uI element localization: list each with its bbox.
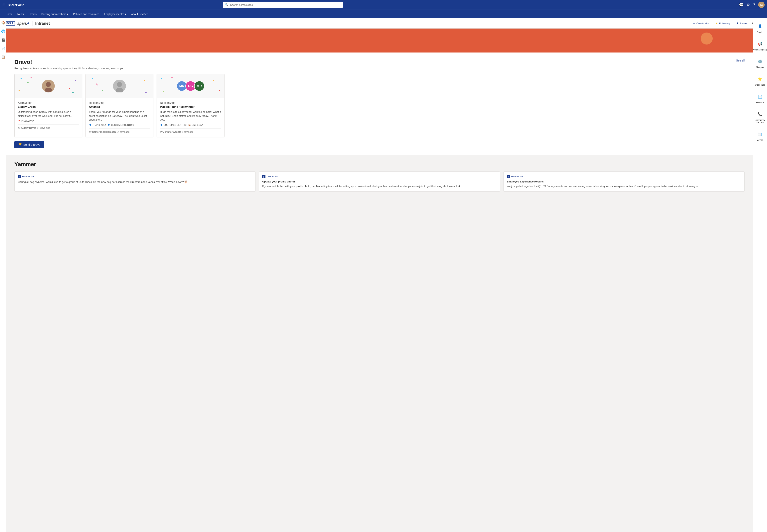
following-button[interactable]: ★ Following <box>714 21 732 26</box>
yammer-card-1: y ONE BCAA Calling all dog owners! I wou… <box>14 171 256 192</box>
requests-icon: 📄 <box>756 93 764 101</box>
card-2-banner <box>86 74 153 98</box>
nav-news[interactable]: News <box>15 10 26 19</box>
nav-serving[interactable]: Serving our members ▾ <box>39 10 71 19</box>
confetti <box>21 78 22 79</box>
yammer-card-2-title: Update your profile photo! <box>262 180 497 183</box>
person-tag-icon: 📍 <box>18 120 21 122</box>
yammer-section: Yammer y ONE BCAA Calling all dog owners… <box>6 155 753 198</box>
card-1-footer: by Auldry Reyes 14 days ago ··· <box>18 124 79 130</box>
sidebar-item-metrics[interactable]: 📊 Metrics <box>755 129 765 142</box>
confetti <box>27 81 29 83</box>
confetti <box>19 90 20 91</box>
nav-about[interactable]: About BCAA ▾ <box>129 10 150 19</box>
app-logo: SharePoint <box>8 3 24 7</box>
user-avatar[interactable]: TA <box>758 2 765 8</box>
metrics-icon: 📊 <box>756 130 764 138</box>
send-bravo-button[interactable]: 🏆 Send a Bravo <box>14 141 44 148</box>
confetti <box>102 90 103 91</box>
confetti <box>145 91 147 93</box>
confetti <box>69 88 70 89</box>
settings-icon[interactable]: ⚙ <box>747 3 750 7</box>
nav-home[interactable]: Home <box>3 10 15 19</box>
confetti <box>163 91 164 92</box>
svg-point-4 <box>117 82 122 87</box>
sidebar-item-myapps[interactable]: ⚙️ My apps <box>755 57 765 69</box>
top-bar: ⊞ SharePoint 🔍 💬 ⚙ ? TA <box>0 0 767 10</box>
left-globe-icon[interactable]: 🌐 <box>0 29 6 34</box>
yammer-card-2-text: If you aren't thrilled with your profile… <box>262 184 497 188</box>
tag-icon-2: 👤 <box>107 124 110 126</box>
spark-label: spark+ <box>17 21 30 26</box>
create-site-button[interactable]: ＋ Create site <box>691 21 711 26</box>
yammer-badge-2: y ONE BCAA <box>262 175 278 178</box>
tag-icon-4: 🏠 <box>188 124 191 126</box>
search-input[interactable] <box>223 2 343 8</box>
card-2-text: Thank you Amanda for your expert handlin… <box>89 110 150 122</box>
yammer-badge-1: y ONE BCAA <box>18 175 34 178</box>
card-3-type: Recognizing <box>160 101 221 104</box>
card-2-tags: 👤 THANK YOU! 👤 CUSTOMER CENTRIC <box>89 124 150 126</box>
yammer-icon: y <box>18 175 21 178</box>
top-bar-actions: 💬 ⚙ ? TA <box>739 2 765 8</box>
bravo-btn-icon: 🏆 <box>18 143 22 146</box>
yammer-icon-3: y <box>507 175 510 178</box>
search-bar: 🔍 <box>223 2 343 8</box>
site-title: Intranet <box>33 21 50 26</box>
nav-events[interactable]: Events <box>26 10 39 19</box>
nav-policies[interactable]: Policies and resources <box>71 10 102 19</box>
sidebar-item-quicklinks[interactable]: ⭐ Quick links <box>754 74 765 87</box>
site-header: BCAA spark+ Intranet ＋ Create site ★ Fol… <box>0 18 767 29</box>
see-all-link[interactable]: See all <box>736 59 745 62</box>
card-1-tag-1: 📍 INNOVATIVE <box>18 120 34 122</box>
share-button[interactable]: ⬆ Share <box>735 21 748 26</box>
left-home-icon[interactable]: 🏠 <box>0 20 6 25</box>
help-icon[interactable]: ? <box>753 3 755 7</box>
main-content: Bravo! See all Recognize your teammates … <box>6 29 753 198</box>
sidebar-item-people[interactable]: 👤 People <box>755 22 765 34</box>
card-1-more-button[interactable]: ··· <box>76 126 79 130</box>
confetti <box>161 78 162 79</box>
card-3-more-button[interactable]: ··· <box>218 130 221 134</box>
left-document-icon[interactable]: 📄 <box>0 46 6 51</box>
confetti <box>96 83 98 85</box>
sidebar-item-announcements[interactable]: 📢 Announcements <box>752 39 767 52</box>
confetti <box>75 80 76 81</box>
card-3-text: Huge thanks to all of you for working so… <box>160 110 221 122</box>
chat-icon[interactable]: 💬 <box>739 3 743 7</box>
left-media-icon[interactable]: 🎬 <box>0 37 6 43</box>
tag-icon: 👤 <box>89 124 92 126</box>
card-2-tag-1: 👤 THANK YOU! <box>89 124 106 126</box>
left-sidebar: 🏠 🌐 🎬 📄 📋 <box>0 18 6 532</box>
sidebar-item-requests[interactable]: 📄 Requests <box>755 92 765 105</box>
quicklinks-icon: ⭐ <box>756 75 764 83</box>
bravo-section: Bravo! See all Recognize your teammates … <box>6 53 753 155</box>
create-site-label: Create site <box>697 22 709 25</box>
yammer-card-3-title: Employee Experience Results! <box>507 180 741 183</box>
yammer-title: Yammer <box>14 161 745 167</box>
people-icon: 👤 <box>756 22 764 30</box>
sidebar-item-emergency[interactable]: 📞 Emergency numbers <box>753 109 767 125</box>
left-list-icon[interactable]: 📋 <box>0 54 6 60</box>
share-icon: ⬆ <box>736 22 739 25</box>
confetti <box>171 77 173 78</box>
card-2-type: Recognizing <box>89 101 150 104</box>
waffle-icon[interactable]: ⊞ <box>2 3 5 7</box>
card-1-author: by Auldry Reyes 14 days ago <box>18 127 50 129</box>
card-3-author: by Jennifer Acosta 5 days ago <box>160 131 193 133</box>
yammer-icon-2: y <box>262 175 265 178</box>
hero-banner <box>6 29 753 53</box>
avatar-mr: MR <box>194 81 204 91</box>
myapps-icon: ⚙️ <box>756 57 764 65</box>
share-label: Share <box>740 22 747 25</box>
yammer-card-3-text: We just pulled together the Q1 EX Survey… <box>507 184 741 188</box>
card-1-body: A Bravo for Stacey Green Outstanding eff… <box>15 98 82 133</box>
card-3-footer: by Jennifer Acosta 5 days ago ··· <box>160 128 221 134</box>
confetti <box>31 77 32 78</box>
card-2-more-button[interactable]: ··· <box>147 130 150 134</box>
confetti <box>72 92 74 93</box>
card-3-name: Maggie · Rino · Manvinder <box>160 105 221 108</box>
card-2-tag-2: 👤 CUSTOMER CENTRIC <box>107 124 134 126</box>
emergency-icon: 📞 <box>756 110 764 118</box>
nav-employee[interactable]: Employee Centre ▾ <box>102 10 129 19</box>
